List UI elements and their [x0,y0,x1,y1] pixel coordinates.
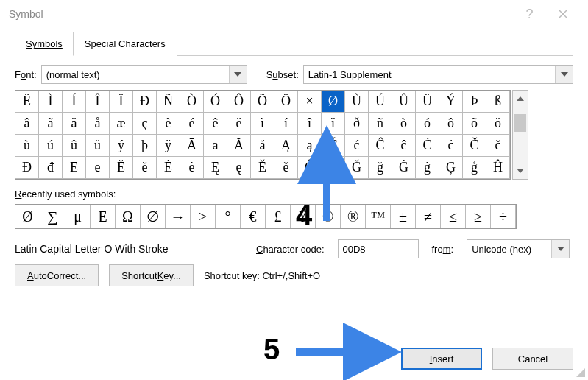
character-cell[interactable]: ģ [463,157,486,179]
character-cell[interactable]: ä [63,113,86,135]
scroll-track[interactable] [513,107,528,163]
recent-symbol-cell[interactable]: ∑ [40,205,65,228]
help-button[interactable]: ? [513,0,546,28]
character-cell[interactable]: Ą [274,135,298,157]
character-cell[interactable]: Ù [345,91,369,113]
recent-symbol-cell[interactable]: ≠ [416,205,441,228]
character-cell[interactable]: Ċ [416,135,439,157]
character-code-input[interactable] [338,239,419,258]
character-cell[interactable]: Ï [110,91,133,113]
character-cell[interactable]: õ [463,113,486,135]
character-cell[interactable]: ě [274,157,298,179]
character-cell[interactable]: ñ [369,113,392,135]
font-dropdown[interactable]: (normal text) [41,65,247,84]
character-cell[interactable]: Ó [204,91,227,113]
character-cell[interactable]: Ć [322,135,345,157]
recent-symbol-cell[interactable]: Ω [116,205,141,228]
character-cell[interactable]: ċ [439,135,463,157]
character-cell[interactable]: æ [110,113,133,135]
character-cell[interactable]: Ð [133,91,157,113]
recent-symbol-cell[interactable]: ≤ [441,205,466,228]
character-cell[interactable]: ą [298,135,322,157]
character-cell[interactable]: ï [322,113,345,135]
character-cell[interactable]: ā [204,135,227,157]
character-cell[interactable]: Î [86,91,110,113]
character-cell[interactable]: Ë [15,91,39,113]
shortcut-key-button[interactable]: Shortcut Key... [109,264,194,286]
recent-symbol-cell[interactable]: ° [216,205,241,228]
character-cell[interactable]: ę [227,157,251,179]
encoding-dropdown[interactable]: Unicode (hex) [467,239,570,258]
character-grid[interactable]: ËÌÍÎÏÐÑÒÓÔÕÖ×ØÙÚÛÜÝÞßâãäåæçèéêëìíîïðñòóô… [15,90,511,180]
recent-symbol-cell[interactable]: ™ [366,205,391,228]
recent-symbols-row[interactable]: Ø∑μΕΩ∅→>°€£¥©®™±≠≤≥÷ [15,204,517,229]
character-cell[interactable]: ö [486,113,510,135]
recent-symbol-cell[interactable]: Ε [91,205,116,228]
character-cell[interactable]: Ĥ [486,157,510,179]
character-cell[interactable]: í [274,113,298,135]
character-cell[interactable]: ē [86,157,110,179]
character-cell[interactable]: ô [439,113,463,135]
character-cell[interactable]: Ė [157,157,180,179]
character-cell[interactable]: Õ [251,91,274,113]
character-cell[interactable]: þ [133,135,157,157]
character-cell[interactable]: ð [345,113,369,135]
character-cell[interactable]: Ġ [392,157,416,179]
scroll-thumb[interactable] [514,114,526,132]
character-cell[interactable]: å [86,113,110,135]
recent-symbol-cell[interactable]: ± [391,205,416,228]
character-cell[interactable]: ú [39,135,63,157]
character-cell[interactable]: Ē [63,157,86,179]
recent-symbol-cell[interactable]: © [316,205,341,228]
character-cell[interactable]: Ö [274,91,298,113]
character-cell[interactable]: é [180,113,204,135]
character-cell[interactable]: ĕ [133,157,157,179]
character-cell[interactable]: č [486,135,510,157]
character-cell[interactable]: Ý [439,91,463,113]
character-cell[interactable]: Ì [39,91,63,113]
character-cell[interactable]: ì [251,113,274,135]
recent-symbol-cell[interactable]: μ [65,205,91,228]
character-cell[interactable]: Ú [369,91,392,113]
tab-special-characters[interactable]: Special Characters [74,32,177,56]
character-cell[interactable]: ò [392,113,416,135]
character-cell[interactable]: Û [392,91,416,113]
recent-symbol-cell[interactable]: € [241,205,266,228]
character-cell[interactable]: û [63,135,86,157]
character-cell[interactable]: ĝ [322,157,345,179]
character-cell[interactable]: × [298,91,322,113]
recent-symbol-cell[interactable]: ÷ [491,205,516,228]
character-cell[interactable]: è [157,113,180,135]
recent-symbol-cell[interactable]: > [191,205,216,228]
character-cell[interactable]: ù [15,135,39,157]
character-cell[interactable]: Ñ [157,91,180,113]
character-cell[interactable]: Ü [416,91,439,113]
recent-symbol-cell[interactable]: → [166,205,191,228]
character-cell[interactable]: ý [110,135,133,157]
character-cell[interactable]: Ă [227,135,251,157]
grid-scrollbar[interactable] [512,90,528,180]
recent-symbol-cell[interactable]: ¥ [291,205,316,228]
character-cell[interactable]: đ [39,157,63,179]
character-cell[interactable]: Ě [251,157,274,179]
character-cell[interactable]: î [298,113,322,135]
character-cell[interactable]: ê [204,113,227,135]
recent-symbol-cell[interactable]: £ [266,205,291,228]
recent-symbol-cell[interactable]: ∅ [141,205,166,228]
character-cell[interactable]: ç [133,113,157,135]
character-cell[interactable]: Ò [180,91,204,113]
character-cell[interactable]: â [15,113,39,135]
character-cell[interactable]: ã [39,113,63,135]
character-cell[interactable]: Ģ [439,157,463,179]
recent-symbol-cell[interactable]: Ø [15,205,40,228]
character-cell[interactable]: Þ [463,91,486,113]
character-cell[interactable]: Č [463,135,486,157]
character-cell[interactable]: Ø [322,91,345,113]
character-cell[interactable]: ó [416,113,439,135]
character-cell[interactable]: ġ [416,157,439,179]
character-cell[interactable]: Ğ [345,157,369,179]
character-cell[interactable]: Ę [204,157,227,179]
cancel-button[interactable]: Cancel [492,348,573,370]
character-cell[interactable]: ğ [369,157,392,179]
character-cell[interactable]: Ĝ [298,157,322,179]
